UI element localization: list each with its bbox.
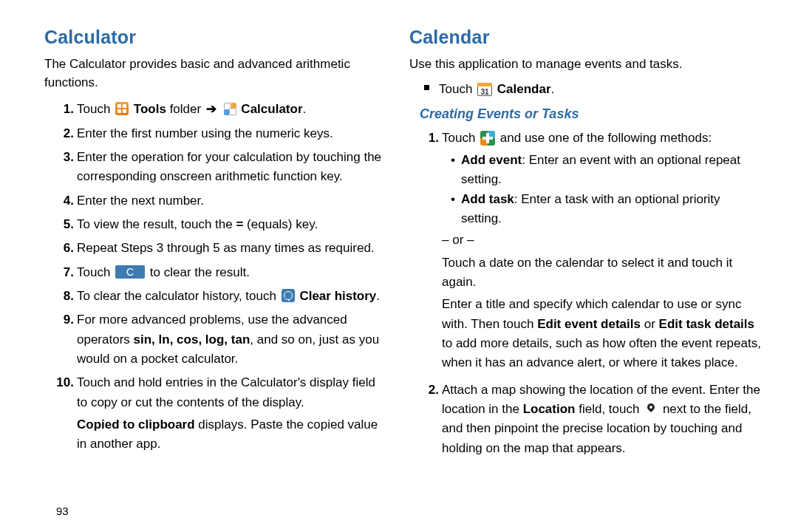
step-4: 4.Enter the next number.: [64, 189, 383, 213]
right-column: Calendar Use this application to manage …: [403, 24, 763, 517]
or-divider: – or –: [442, 231, 763, 250]
calculator-steps: 1. Touch Tools folder ➔ Calculator. 2.En…: [44, 98, 383, 460]
left-column: Calculator The Calculator provides basic…: [44, 24, 403, 517]
calendar-intro: Use this application to manage events an…: [409, 55, 763, 74]
edit-details-para: Enter a title and specify which calendar…: [442, 295, 763, 372]
calendar-31-icon: 31: [477, 83, 492, 96]
step-7: 7. Touch C to clear the result.: [64, 261, 383, 284]
step10-extra: Copied to clipboard displays. Paste the …: [77, 415, 383, 454]
step-3: 3.Enter the operation for your calculati…: [64, 146, 383, 189]
cal-step-2: 2. Attach a map showing the location of …: [429, 378, 763, 460]
clear-c-button-icon: C: [115, 265, 145, 279]
step-8: 8. To clear the calculator history, touc…: [64, 284, 383, 308]
step-1: 1. Touch Tools folder ➔ Calculator.: [64, 98, 383, 121]
touch-date-para: Touch a date on the calendar to select i…: [442, 253, 763, 293]
step-9: 9. For more advanced problems, use the a…: [64, 308, 383, 371]
calculator-icon: [223, 102, 236, 115]
history-clock-icon: [282, 289, 295, 302]
add-event-item: Add event: Enter an event with an option…: [451, 151, 763, 188]
calculator-heading: Calculator: [44, 27, 383, 48]
calendar-touch-bullet: Touch 31 Calendar.: [424, 80, 763, 99]
step1-folder: folder: [170, 102, 205, 116]
touch-calendar-item: Touch 31 Calendar.: [424, 80, 763, 99]
add-methods: Add event: Enter an event with an option…: [451, 151, 763, 228]
add-task-item: Add task: Enter a task with an optional …: [451, 190, 763, 228]
cal-step-1: 1. Touch and use one of the following me…: [429, 126, 763, 378]
page-number: 93: [56, 505, 69, 517]
step-2: 2.Enter the first number using the numer…: [64, 122, 383, 146]
add-plus-icon: [480, 131, 495, 146]
tools-icon: [115, 102, 129, 115]
step1-pre: Touch: [77, 102, 114, 116]
step1-calc: Calculator: [241, 102, 302, 116]
step1-tools: Tools: [134, 102, 166, 116]
step-10: 10. Touch and hold entries in the Calcul…: [64, 371, 383, 459]
step-6: 6.Repeat Steps 3 through 5 as many times…: [64, 236, 383, 260]
calculator-intro: The Calculator provides basic and advanc…: [44, 55, 383, 92]
creating-events-subheading: Creating Events or Tasks: [420, 106, 763, 122]
calendar-steps: 1. Touch and use one of the following me…: [409, 126, 763, 460]
step-5: 5. To view the result, touch the = (equa…: [64, 213, 383, 236]
page: Calculator The Calculator provides basic…: [0, 0, 798, 532]
calendar-heading: Calendar: [409, 27, 763, 48]
map-pin-icon: [644, 403, 658, 416]
arrow-icon: ➔: [205, 102, 218, 116]
